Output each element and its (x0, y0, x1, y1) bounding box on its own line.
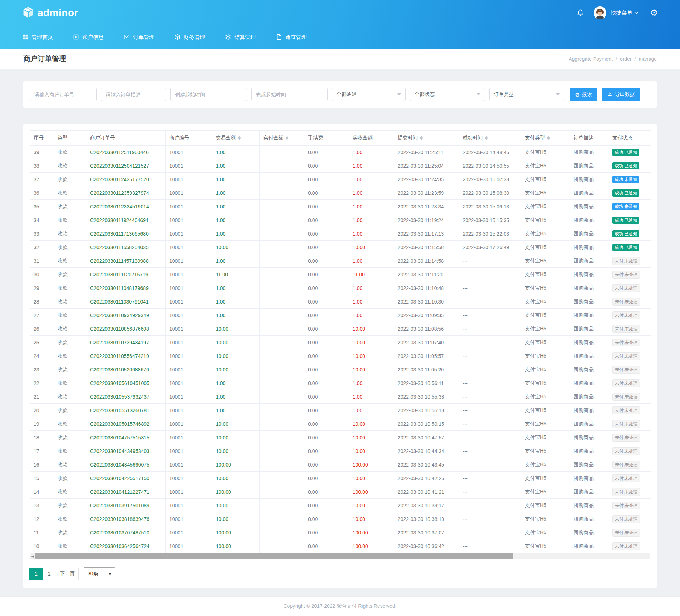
sort-arrows-icon[interactable] (238, 136, 241, 140)
fee-cell: 0.00 (304, 349, 349, 363)
submit-time-cell: 2022-03-30 11:17:13 (394, 227, 459, 241)
order-no-cell: C20220330105610451005 (86, 376, 166, 390)
received-amount-cell: 10.00 (349, 472, 394, 485)
page-button-2[interactable]: 2 (43, 568, 56, 580)
search-button[interactable]: G 搜索 (570, 88, 597, 101)
app-header: adminor 快捷菜单 ⚙ 管理首页 账户信息 (0, 0, 680, 49)
status-select[interactable]: 全部状态 (410, 88, 485, 101)
trade-amount-cell: 1.00 (212, 254, 260, 268)
horizontal-scrollbar[interactable]: ◀ (30, 553, 650, 559)
page-size-select[interactable]: 30条 ▼ (84, 567, 115, 580)
avatar[interactable] (594, 6, 606, 19)
order-no-cell: C20220330104225517150 (86, 472, 166, 485)
order-no-cell: C20220330104121227471 (86, 485, 166, 499)
status-cell: 未付,未处理 (609, 390, 646, 404)
column-header-trade_amount[interactable]: 交易金额 (212, 131, 260, 146)
merchant-no-cell: 10001 (166, 227, 212, 241)
scrollbar-spacer (646, 349, 651, 363)
nav-item-account[interactable]: 账户信息 (73, 34, 104, 41)
paid-amount-cell (260, 485, 304, 499)
type-cell: 收款 (54, 159, 86, 173)
scrollbar-spacer (646, 146, 651, 159)
submit-time-cell: 2022-03-30 11:05:20 (394, 363, 459, 376)
sort-arrows-icon[interactable] (420, 136, 423, 140)
table-row: 34收款C20220330111924464691100011.000.001.… (30, 213, 651, 227)
status-cell: 未付,未处理 (609, 485, 646, 499)
fee-cell: 0.00 (304, 458, 349, 472)
breadcrumb-item-root[interactable]: Aggregate Payment (569, 56, 613, 62)
column-header-success_time[interactable]: 成功时间 (459, 131, 521, 146)
success-time-cell: --- (459, 417, 521, 431)
order-desc-cell: 团购商品 (570, 146, 609, 159)
order-desc-cell: 团购商品 (570, 526, 609, 539)
scroll-left-arrow-icon[interactable]: ◀ (30, 553, 35, 559)
seq-cell: 17 (30, 444, 54, 458)
nav-item-finance[interactable]: 财务管理 (174, 34, 205, 41)
order-no-cell: C20220330103707487510 (86, 526, 166, 539)
merchant-no-cell: 10001 (166, 281, 212, 295)
pay-type-cell: 支付宝H5 (521, 268, 570, 281)
order-no-cell: C20220330103818639476 (86, 512, 166, 526)
pay-type-cell: 支付宝H5 (521, 186, 570, 200)
seq-cell: 27 (30, 309, 54, 322)
gear-icon[interactable]: ⚙ (650, 9, 658, 17)
paid-amount-cell (260, 241, 304, 254)
submit-time-cell: 2022-03-30 10:37:07 (394, 526, 459, 539)
trade-amount-cell: 100.00 (212, 526, 260, 539)
breadcrumb-item-order[interactable]: order (620, 56, 632, 62)
trade-amount-cell: 1.00 (212, 376, 260, 390)
success-time-cell: --- (459, 472, 521, 485)
paid-amount-cell (260, 336, 304, 349)
trade-amount-cell: 10.00 (212, 431, 260, 444)
sort-arrows-icon[interactable] (485, 136, 488, 140)
nav-item-channels[interactable]: 通道管理 (276, 34, 307, 41)
channel-select[interactable]: 全部通道 (332, 88, 406, 101)
scrollbar-spacer (646, 376, 651, 390)
nav-item-orders[interactable]: 订单管理 (124, 34, 154, 41)
package-box-icon (22, 6, 34, 20)
trade-amount-cell: 1.00 (212, 281, 260, 295)
scrollbar-spacer (646, 363, 651, 376)
order-type-select[interactable]: 订单类型 (489, 88, 564, 101)
fee-cell: 0.00 (304, 159, 349, 173)
next-page-button[interactable]: 下一页 (56, 568, 79, 580)
order-desc-cell: 团购商品 (570, 213, 609, 227)
order-desc-input[interactable] (101, 88, 166, 101)
sort-arrows-icon[interactable] (286, 136, 288, 140)
nav-item-settlement[interactable]: 结算管理 (225, 34, 256, 41)
received-amount-cell: 10.00 (349, 349, 394, 363)
scrollbar-thumb[interactable] (35, 553, 513, 559)
status-cell: 未付,未处理 (609, 404, 646, 417)
seq-cell: 15 (30, 472, 54, 485)
column-header-submit_time[interactable]: 提交时间 (394, 131, 459, 146)
finish-time-input[interactable] (251, 88, 328, 101)
paid-amount-cell (260, 472, 304, 485)
type-cell: 收款 (54, 173, 86, 186)
scrollbar-spacer (646, 458, 651, 472)
sort-arrows-icon[interactable] (547, 136, 550, 140)
column-label: 支付状态 (612, 135, 632, 141)
status-badge: 未付,未处理 (612, 284, 640, 292)
export-data-button[interactable]: 导出数据 (602, 88, 640, 101)
success-time-cell: 2022-03-30 17:26:49 (459, 241, 521, 254)
create-time-input[interactable] (170, 88, 247, 101)
bell-icon[interactable] (576, 9, 584, 17)
paid-amount-cell (260, 417, 304, 431)
type-cell: 收款 (54, 539, 86, 553)
pay-type-cell: 支付宝H5 (521, 173, 570, 186)
type-cell: 收款 (54, 444, 86, 458)
column-header-pay_type[interactable]: 支付类型 (521, 131, 570, 146)
submit-time-cell: 2022-03-30 11:23:34 (394, 200, 459, 213)
success-time-cell: --- (459, 254, 521, 268)
page-button-1[interactable]: 1 (29, 568, 43, 580)
nav-item-dashboard[interactable]: 管理首页 (22, 34, 53, 41)
column-header-paid_amount[interactable]: 实付金额 (260, 131, 304, 146)
order-desc-cell: 团购商品 (570, 485, 609, 499)
quick-menu-dropdown[interactable]: 快捷菜单 (611, 10, 639, 16)
order-no-input[interactable] (30, 88, 97, 101)
merchant-no-cell: 10001 (166, 499, 212, 512)
status-badge: 未付,未处理 (612, 542, 640, 550)
trade-amount-cell: 10.00 (212, 241, 260, 254)
app-logo[interactable]: adminor (22, 6, 78, 20)
pay-type-cell: 支付宝H5 (521, 349, 570, 363)
